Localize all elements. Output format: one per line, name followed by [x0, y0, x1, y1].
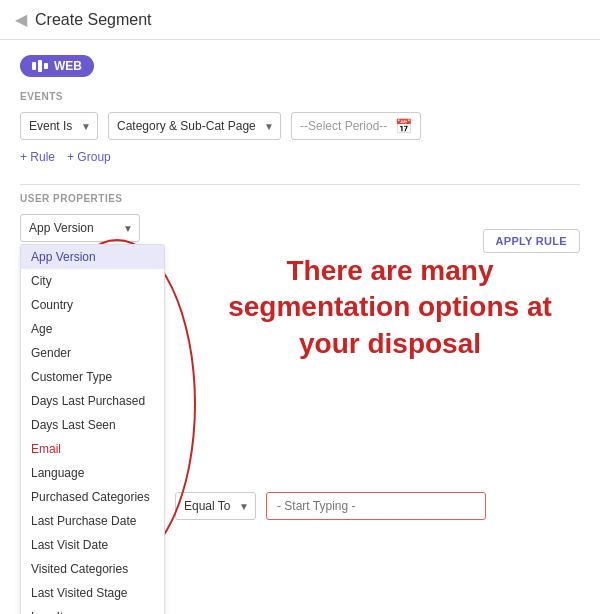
equal-to-select[interactable]: Equal To	[175, 492, 256, 520]
property-select-wrapper[interactable]: App Version ▼	[20, 214, 140, 242]
property-dropdown-list: App VersionCityCountryAgeGenderCustomer …	[20, 244, 165, 614]
event-is-select-wrapper[interactable]: Event Is ▼	[20, 112, 98, 140]
dropdown-item[interactable]: Last Visit Date	[21, 533, 164, 557]
page-header: ◀ Create Segment	[0, 0, 600, 40]
user-properties-section: USER PROPERTIES App Version ▼ App Versio…	[20, 193, 580, 614]
dropdown-item[interactable]: Language	[21, 461, 164, 485]
add-rule-button[interactable]: + Rule	[20, 150, 55, 164]
dropdown-item[interactable]: Loyalty	[21, 605, 164, 614]
dropdown-item[interactable]: Last Purchase Date	[21, 509, 164, 533]
apply-rule-button[interactable]: APPLY RULE	[483, 229, 580, 253]
calendar-icon: 📅	[395, 118, 412, 134]
category-select-wrapper[interactable]: Category & Sub-Cat Page ▼	[108, 112, 281, 140]
web-badge-label: WEB	[54, 59, 82, 73]
badge-bars-icon	[32, 60, 48, 72]
category-select[interactable]: Category & Sub-Cat Page	[108, 112, 281, 140]
dropdown-item[interactable]: Email	[21, 437, 164, 461]
web-badge[interactable]: WEB	[20, 55, 580, 91]
dropdown-item[interactable]: Visited Categories	[21, 557, 164, 581]
page-title: Create Segment	[35, 11, 152, 29]
events-row: Event Is ▼ Category & Sub-Cat Page ▼ --S…	[20, 112, 580, 140]
start-typing-input[interactable]	[266, 492, 486, 520]
add-group-button[interactable]: + Group	[67, 150, 111, 164]
dropdown-item[interactable]: City	[21, 269, 164, 293]
dropdown-item[interactable]: App Version	[21, 245, 164, 269]
events-section-label: EVENTS	[20, 91, 580, 102]
section-divider	[20, 184, 580, 185]
dropdown-item[interactable]: Gender	[21, 341, 164, 365]
user-properties-label: USER PROPERTIES	[20, 193, 580, 204]
dropdown-item[interactable]: Last Visited Stage	[21, 581, 164, 605]
dropdown-item[interactable]: Customer Type	[21, 365, 164, 389]
dropdown-item[interactable]: Days Last Seen	[21, 413, 164, 437]
dropdown-item[interactable]: Purchased Categories	[21, 485, 164, 509]
user-props-row: App Version ▼ App VersionCityCountryAgeG…	[20, 214, 580, 614]
property-select[interactable]: App Version	[20, 214, 140, 242]
back-icon[interactable]: ◀	[15, 10, 27, 29]
dropdown-item[interactable]: Age	[21, 317, 164, 341]
equal-to-select-wrapper[interactable]: Equal To ▼	[175, 492, 256, 520]
property-dropdown-container[interactable]: App Version ▼ App VersionCityCountryAgeG…	[20, 214, 165, 614]
event-is-select[interactable]: Event Is	[20, 112, 98, 140]
period-picker[interactable]: --Select Period-- 📅	[291, 112, 421, 140]
dropdown-item[interactable]: Days Last Purchased	[21, 389, 164, 413]
dropdown-item[interactable]: Country	[21, 293, 164, 317]
period-placeholder: --Select Period--	[300, 119, 387, 133]
add-rule-group-row: + Rule + Group	[20, 150, 580, 164]
